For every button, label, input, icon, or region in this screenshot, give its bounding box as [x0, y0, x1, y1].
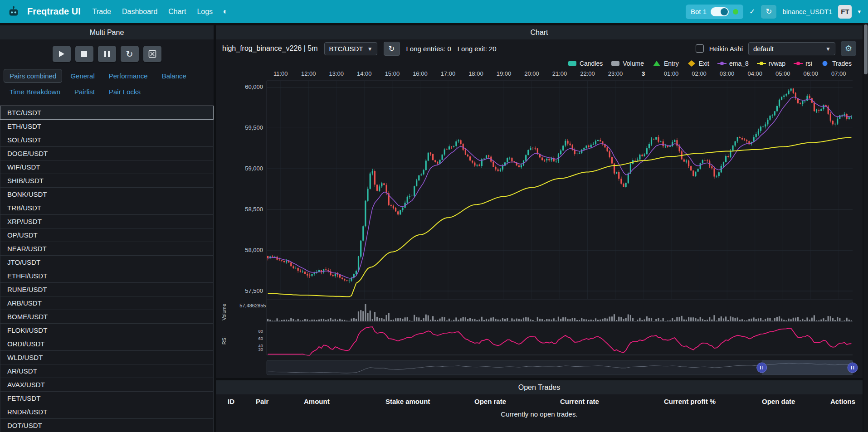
candlestick-chart[interactable]: 11:0012:0013:0014:0015:0016:0017:0018:00…	[216, 69, 863, 378]
pair-row-eth-usdt[interactable]: ETH/USDT	[0, 119, 214, 133]
chevron-down-icon: ▼	[825, 46, 831, 52]
refresh-chart-button[interactable]: ↻	[384, 42, 400, 56]
tab-pairlist[interactable]: Pairlist	[68, 85, 101, 99]
pair-row-btc-usdt[interactable]: BTC/USDT	[0, 106, 214, 120]
multi-pane-title: Multi Pane	[0, 25, 214, 39]
legend-item-trades[interactable]: Trades	[820, 60, 852, 67]
pair-row-shib-usdt[interactable]: SHIB/USDT	[0, 174, 214, 188]
scrollbar-thumb[interactable]	[864, 24, 868, 74]
gear-icon[interactable]: ⚙	[841, 41, 856, 56]
tab-pair-locks[interactable]: Pair Locks	[103, 85, 146, 99]
pair-row-avax-usdt[interactable]: AVAX/USDT	[0, 378, 214, 392]
bot-toggle[interactable]	[711, 7, 729, 16]
svg-text:3: 3	[642, 70, 645, 77]
chart-x-icon	[148, 50, 156, 58]
legend-item-rvwap[interactable]: rvwap	[757, 60, 785, 67]
svg-text:16:00: 16:00	[413, 70, 428, 77]
legend-label: Entry	[664, 60, 679, 67]
pair-select[interactable]: BTC/USDT ▼	[324, 42, 377, 55]
pair-row-op-usdt[interactable]: OP/USDT	[0, 228, 214, 242]
svg-text:21:00: 21:00	[552, 70, 567, 77]
pair-row-ar-usdt[interactable]: AR/USDT	[0, 364, 214, 378]
tab-general[interactable]: General	[64, 69, 100, 83]
heikin-ashi-label: Heikin Ashi	[709, 45, 743, 53]
nav-link-logs[interactable]: Logs	[197, 8, 213, 16]
heikin-ashi-checkbox[interactable]	[696, 44, 704, 53]
pair-row-wif-usdt[interactable]: WIF/USDT	[0, 160, 214, 174]
chevron-down-icon: ▼	[367, 46, 373, 52]
candles-swatch-icon	[568, 60, 577, 67]
pair-row-near-usdt[interactable]: NEAR/USDT	[0, 242, 214, 256]
tab-pairs-combined[interactable]: Pairs combined	[4, 69, 62, 83]
tab-time-breakdown[interactable]: Time Breakdown	[4, 85, 66, 99]
pair-select-value: BTC/USDT	[329, 45, 363, 53]
bot-selector[interactable]: Bot 1	[686, 5, 743, 19]
svg-text:19:00: 19:00	[497, 70, 512, 77]
clear-chart-button[interactable]	[143, 46, 161, 62]
pair-row-ordi-usdt[interactable]: ORDI/USDT	[0, 337, 214, 351]
pair-row-trb-usdt[interactable]: TRB/USDT	[0, 201, 214, 215]
legend-item-exit[interactable]: Exit	[687, 60, 709, 67]
svg-text:23:00: 23:00	[608, 70, 623, 77]
legend-item-volume[interactable]: Volume	[611, 60, 644, 67]
legend-item-rsi[interactable]: rsi	[794, 60, 812, 67]
col-actions: Actions	[830, 398, 863, 405]
nav-link-trade[interactable]: Trade	[93, 8, 111, 16]
long-exit-label: Long exit: 20	[458, 45, 497, 53]
long-entries-label: Long entries: 0	[406, 45, 451, 53]
trades-swatch-icon	[820, 60, 829, 67]
pair-row-doge-usdt[interactable]: DOGE/USDT	[0, 146, 214, 160]
pair-row-dot-usdt[interactable]: DOT/USDT	[0, 418, 214, 432]
pair-row-bonk-usdt[interactable]: BONK/USDT	[0, 187, 214, 201]
pair-row-jto-usdt[interactable]: JTO/USDT	[0, 255, 214, 269]
pair-row-xrp-usdt[interactable]: XRP/USDT	[0, 214, 214, 228]
navbar: Freqtrade UI TradeDashboardChartLogs ◐ B…	[0, 0, 868, 23]
pair-row-fet-usdt[interactable]: FET/USDT	[0, 391, 214, 405]
pane-tabs-row2: Time BreakdownPairlistPair Locks	[0, 84, 214, 100]
svg-text:05:00: 05:00	[775, 70, 790, 77]
bot-name: Bot 1	[691, 8, 707, 15]
chart-panel: Chart high_frog_binance_v226 | 5m BTC/US…	[216, 25, 863, 378]
bot-online-indicator	[733, 9, 738, 15]
stop-icon	[81, 51, 87, 57]
legend-item-candles[interactable]: Candles	[568, 60, 603, 67]
chevron-down-icon[interactable]: ▾	[858, 8, 861, 15]
col-stake-amount: Stake amount	[385, 398, 474, 405]
tab-balance[interactable]: Balance	[156, 69, 192, 83]
plot-config-select[interactable]: default ▼	[748, 42, 835, 55]
reload-bot-button[interactable]: ↻	[761, 5, 776, 19]
pair-row-sol-usdt[interactable]: SOL/USDT	[0, 133, 214, 147]
start-button[interactable]	[53, 46, 71, 62]
legend-item-entry[interactable]: Entry	[652, 60, 679, 67]
stop-button[interactable]	[75, 46, 93, 62]
pair-row-bome-usdt[interactable]: BOME/USDT	[0, 310, 214, 324]
col-open-date: Open date	[762, 398, 830, 405]
pair-row-wld-usdt[interactable]: WLD/USDT	[0, 350, 214, 364]
pair-row-arb-usdt[interactable]: ARB/USDT	[0, 296, 214, 310]
svg-text:15:00: 15:00	[385, 70, 400, 77]
right-column: Chart high_frog_binance_v226 | 5m BTC/US…	[216, 25, 863, 432]
theme-toggle-icon[interactable]: ◐	[223, 7, 228, 16]
avatar[interactable]: FT	[838, 5, 852, 19]
legend-label: ema_8	[729, 60, 749, 67]
multi-pane-panel: Multi Pane ↻ Pairs combinedGeneralPerfor…	[0, 25, 214, 432]
tab-performance[interactable]: Performance	[103, 69, 154, 83]
nav-links: TradeDashboardChartLogs	[93, 8, 213, 16]
check-icon[interactable]: ✓	[749, 7, 755, 16]
legend-label: Trades	[832, 60, 852, 67]
legend-label: Volume	[623, 60, 644, 67]
svg-text:57,486: 57,486	[239, 303, 255, 308]
svg-text:04:00: 04:00	[747, 70, 762, 77]
rsi-swatch-icon	[794, 60, 803, 67]
nav-link-dashboard[interactable]: Dashboard	[122, 8, 157, 16]
pair-row-floki-usdt[interactable]: FLOKI/USDT	[0, 323, 214, 337]
pause-button[interactable]	[98, 46, 116, 62]
legend-item-ema-8[interactable]: ema_8	[717, 60, 749, 67]
nav-link-chart[interactable]: Chart	[168, 8, 186, 16]
reload-config-button[interactable]: ↻	[121, 46, 139, 62]
open-trades-empty-message: Currently no open trades.	[216, 408, 863, 421]
pair-row-rune-usdt[interactable]: RUNE/USDT	[0, 282, 214, 296]
refresh-icon: ↻	[126, 50, 133, 58]
pair-row-rndr-usdt[interactable]: RNDR/USDT	[0, 405, 214, 419]
pair-row-ethfi-usdt[interactable]: ETHFI/USDT	[0, 269, 214, 283]
